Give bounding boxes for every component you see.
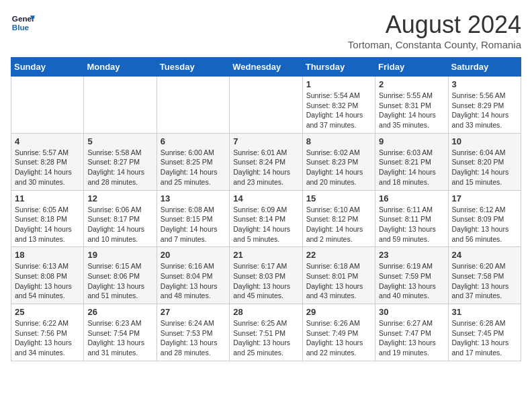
week-row-5: 25Sunrise: 6:22 AM Sunset: 7:56 PM Dayli… <box>11 304 521 361</box>
day-number: 12 <box>87 193 152 203</box>
day-number: 18 <box>15 250 80 260</box>
logo: General Blue <box>11 11 35 35</box>
day-number: 20 <box>161 250 226 260</box>
day-detail: Sunrise: 6:10 AM Sunset: 8:12 PM Dayligh… <box>306 205 371 244</box>
day-number: 11 <box>15 193 80 203</box>
day-number: 17 <box>452 193 517 203</box>
cell-w1-d4 <box>230 77 302 134</box>
day-detail: Sunrise: 6:12 AM Sunset: 8:09 PM Dayligh… <box>452 205 517 244</box>
day-detail: Sunrise: 5:55 AM Sunset: 8:31 PM Dayligh… <box>379 91 444 130</box>
header-sunday: Sunday <box>11 58 84 77</box>
day-detail: Sunrise: 6:09 AM Sunset: 8:14 PM Dayligh… <box>233 205 298 244</box>
day-number: 3 <box>452 79 517 89</box>
page-header: General Blue August 2024 Tortoman, Const… <box>11 11 521 50</box>
day-number: 23 <box>379 250 444 260</box>
day-detail: Sunrise: 5:54 AM Sunset: 8:32 PM Dayligh… <box>306 91 371 130</box>
day-number: 19 <box>87 250 152 260</box>
day-number: 1 <box>306 79 371 89</box>
day-detail: Sunrise: 6:01 AM Sunset: 8:24 PM Dayligh… <box>233 148 298 187</box>
cell-w2-d3: 6Sunrise: 6:00 AM Sunset: 8:25 PM Daylig… <box>157 133 229 190</box>
day-detail: Sunrise: 5:57 AM Sunset: 8:28 PM Dayligh… <box>15 148 80 187</box>
header-saturday: Saturday <box>448 58 521 77</box>
day-number: 9 <box>379 136 444 146</box>
day-detail: Sunrise: 6:20 AM Sunset: 7:58 PM Dayligh… <box>452 261 517 301</box>
cell-w5-d6: 30Sunrise: 6:27 AM Sunset: 7:47 PM Dayli… <box>375 304 448 361</box>
day-number: 15 <box>306 193 371 203</box>
day-number: 26 <box>87 307 152 317</box>
header-row: Sunday Monday Tuesday Wednesday Thursday… <box>11 58 521 77</box>
day-number: 16 <box>379 193 444 203</box>
cell-w1-d5: 1Sunrise: 5:54 AM Sunset: 8:32 PM Daylig… <box>302 77 375 134</box>
cell-w2-d5: 8Sunrise: 6:02 AM Sunset: 8:23 PM Daylig… <box>302 133 375 190</box>
cell-w5-d3: 27Sunrise: 6:24 AM Sunset: 7:53 PM Dayli… <box>157 304 229 361</box>
cell-w3-d4: 14Sunrise: 6:09 AM Sunset: 8:14 PM Dayli… <box>230 190 302 247</box>
day-number: 5 <box>87 136 152 146</box>
day-detail: Sunrise: 6:06 AM Sunset: 8:17 PM Dayligh… <box>87 205 152 244</box>
cell-w1-d6: 2Sunrise: 5:55 AM Sunset: 8:31 PM Daylig… <box>375 77 448 134</box>
day-number: 7 <box>233 136 298 146</box>
cell-w4-d7: 24Sunrise: 6:20 AM Sunset: 7:58 PM Dayli… <box>448 247 521 304</box>
header-friday: Friday <box>375 58 448 77</box>
cell-w2-d2: 5Sunrise: 5:58 AM Sunset: 8:27 PM Daylig… <box>84 133 157 190</box>
day-number: 13 <box>161 193 226 203</box>
cell-w5-d4: 28Sunrise: 6:25 AM Sunset: 7:51 PM Dayli… <box>230 304 302 361</box>
header-monday: Monday <box>84 58 157 77</box>
cell-w1-d3 <box>157 77 229 134</box>
header-tuesday: Tuesday <box>157 58 229 77</box>
day-detail: Sunrise: 6:05 AM Sunset: 8:18 PM Dayligh… <box>15 205 80 244</box>
cell-w2-d7: 10Sunrise: 6:04 AM Sunset: 8:20 PM Dayli… <box>448 133 521 190</box>
cell-w4-d2: 19Sunrise: 6:15 AM Sunset: 8:06 PM Dayli… <box>84 247 157 304</box>
day-number: 24 <box>452 250 517 260</box>
svg-text:Blue: Blue <box>12 23 30 32</box>
day-detail: Sunrise: 6:11 AM Sunset: 8:11 PM Dayligh… <box>379 205 444 244</box>
week-row-1: 1Sunrise: 5:54 AM Sunset: 8:32 PM Daylig… <box>11 77 521 134</box>
header-thursday: Thursday <box>302 58 375 77</box>
cell-w5-d1: 25Sunrise: 6:22 AM Sunset: 7:56 PM Dayli… <box>11 304 84 361</box>
day-number: 27 <box>161 307 226 317</box>
cell-w3-d2: 12Sunrise: 6:06 AM Sunset: 8:17 PM Dayli… <box>84 190 157 247</box>
day-detail: Sunrise: 6:28 AM Sunset: 7:45 PM Dayligh… <box>452 318 517 358</box>
cell-w5-d5: 29Sunrise: 6:26 AM Sunset: 7:49 PM Dayli… <box>302 304 375 361</box>
day-detail: Sunrise: 6:27 AM Sunset: 7:47 PM Dayligh… <box>379 318 444 358</box>
day-number: 28 <box>233 307 298 317</box>
day-number: 21 <box>233 250 298 260</box>
cell-w3-d3: 13Sunrise: 6:08 AM Sunset: 8:15 PM Dayli… <box>157 190 229 247</box>
logo-icon: General Blue <box>11 11 35 35</box>
cell-w3-d5: 15Sunrise: 6:10 AM Sunset: 8:12 PM Dayli… <box>302 190 375 247</box>
cell-w4-d6: 23Sunrise: 6:19 AM Sunset: 7:59 PM Dayli… <box>375 247 448 304</box>
day-number: 30 <box>379 307 444 317</box>
day-number: 10 <box>452 136 517 146</box>
day-number: 6 <box>161 136 226 146</box>
day-detail: Sunrise: 6:03 AM Sunset: 8:21 PM Dayligh… <box>379 148 444 187</box>
cell-w3-d6: 16Sunrise: 6:11 AM Sunset: 8:11 PM Dayli… <box>375 190 448 247</box>
day-detail: Sunrise: 6:24 AM Sunset: 7:53 PM Dayligh… <box>161 318 226 358</box>
cell-w4-d3: 20Sunrise: 6:16 AM Sunset: 8:04 PM Dayli… <box>157 247 229 304</box>
day-detail: Sunrise: 6:17 AM Sunset: 8:03 PM Dayligh… <box>233 261 298 301</box>
day-detail: Sunrise: 6:13 AM Sunset: 8:08 PM Dayligh… <box>15 261 80 301</box>
day-detail: Sunrise: 6:19 AM Sunset: 7:59 PM Dayligh… <box>379 261 444 301</box>
day-number: 29 <box>306 307 371 317</box>
day-number: 2 <box>379 79 444 89</box>
week-row-4: 18Sunrise: 6:13 AM Sunset: 8:08 PM Dayli… <box>11 247 521 304</box>
title-block: August 2024 Tortoman, Constanta County, … <box>348 11 521 50</box>
cell-w1-d1 <box>11 77 84 134</box>
cell-w1-d7: 3Sunrise: 5:56 AM Sunset: 8:29 PM Daylig… <box>448 77 521 134</box>
day-detail: Sunrise: 6:04 AM Sunset: 8:20 PM Dayligh… <box>452 148 517 187</box>
header-wednesday: Wednesday <box>230 58 302 77</box>
cell-w4-d4: 21Sunrise: 6:17 AM Sunset: 8:03 PM Dayli… <box>230 247 302 304</box>
day-detail: Sunrise: 6:26 AM Sunset: 7:49 PM Dayligh… <box>306 318 371 358</box>
day-number: 8 <box>306 136 371 146</box>
day-detail: Sunrise: 5:58 AM Sunset: 8:27 PM Dayligh… <box>87 148 152 187</box>
day-detail: Sunrise: 6:22 AM Sunset: 7:56 PM Dayligh… <box>15 318 80 358</box>
calendar-title: August 2024 <box>348 11 521 39</box>
day-number: 22 <box>306 250 371 260</box>
cell-w2-d4: 7Sunrise: 6:01 AM Sunset: 8:24 PM Daylig… <box>230 133 302 190</box>
cell-w4-d5: 22Sunrise: 6:18 AM Sunset: 8:01 PM Dayli… <box>302 247 375 304</box>
cell-w3-d7: 17Sunrise: 6:12 AM Sunset: 8:09 PM Dayli… <box>448 190 521 247</box>
cell-w5-d7: 31Sunrise: 6:28 AM Sunset: 7:45 PM Dayli… <box>448 304 521 361</box>
calendar-table: Sunday Monday Tuesday Wednesday Thursday… <box>11 57 521 361</box>
cell-w2-d1: 4Sunrise: 5:57 AM Sunset: 8:28 PM Daylig… <box>11 133 84 190</box>
day-number: 31 <box>452 307 517 317</box>
day-number: 25 <box>15 307 80 317</box>
cell-w1-d2 <box>84 77 157 134</box>
